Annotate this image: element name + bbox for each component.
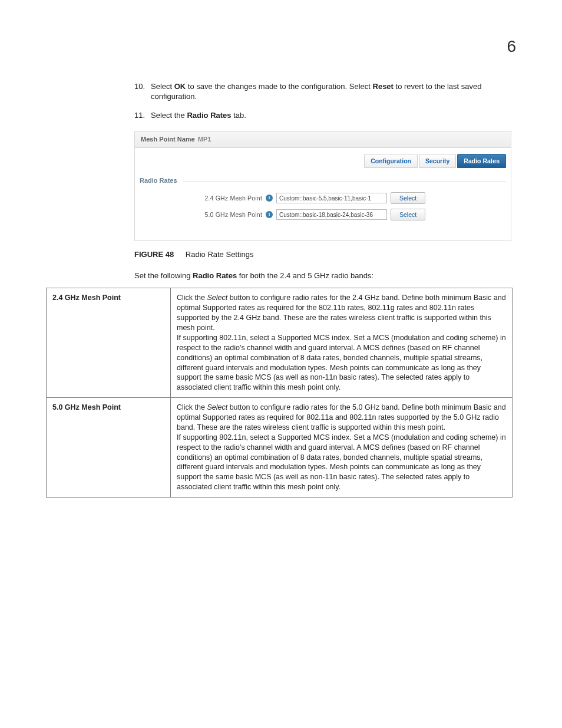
info-icon[interactable]: i (266, 195, 273, 202)
step-10-text: Select OK to save the changes made to th… (151, 82, 482, 101)
steps-list: 10. Select OK to save the changes made t… (134, 81, 516, 121)
mesh-point-name-value: MP1 (198, 136, 211, 143)
rate-row-50ghz: 5.0 GHz Mesh Point i Select (140, 209, 506, 220)
rate-50-select-button[interactable]: Select (391, 209, 425, 220)
tab-configuration[interactable]: Configuration (364, 154, 418, 168)
page-number: 6 (46, 35, 516, 58)
info-icon[interactable]: i (266, 211, 273, 218)
panel-header: Mesh Point Name MP1 (134, 131, 511, 148)
step-10: 10. Select OK to save the changes made t… (134, 81, 516, 102)
step-11-number: 11. (134, 110, 145, 121)
figure-label: FIGURE 48 (134, 250, 174, 259)
panel-body: Configuration Security Radio Rates Radio… (134, 148, 511, 241)
description-table: 2.4 GHz Mesh Point Click the Select butt… (46, 288, 513, 498)
table-row: 5.0 GHz Mesh Point Click the Select butt… (47, 398, 513, 498)
rate-50-label: 5.0 GHz Mesh Point (194, 210, 266, 219)
step-11: 11. Select the Radio Rates tab. (134, 110, 516, 121)
rate-row-24ghz: 2.4 GHz Mesh Point i Select (140, 192, 506, 204)
figure-title: Radio Rate Settings (186, 250, 254, 259)
term-24ghz: 2.4 GHz Mesh Point (47, 288, 171, 398)
desc-50ghz: Click the Select button to configure rad… (171, 398, 513, 498)
step-11-text: Select the Radio Rates tab. (151, 111, 246, 120)
desc-24ghz: Click the Select button to configure rad… (171, 288, 513, 398)
radio-rates-fieldset-label: Radio Rates (140, 176, 506, 185)
tab-radio-rates[interactable]: Radio Rates (457, 154, 506, 168)
term-50ghz: 5.0 GHz Mesh Point (47, 398, 171, 498)
rate-50-input[interactable] (276, 209, 387, 220)
rate-24-input[interactable] (276, 193, 387, 203)
rate-24-select-button[interactable]: Select (391, 192, 425, 204)
tab-bar: Configuration Security Radio Rates (140, 154, 506, 168)
tab-security[interactable]: Security (419, 154, 456, 168)
rate-24-label: 2.4 GHz Mesh Point (194, 194, 266, 202)
table-row: 2.4 GHz Mesh Point Click the Select butt… (47, 288, 513, 398)
mesh-point-name-label: Mesh Point Name (141, 136, 195, 143)
lead-text: Set the following Radio Rates for both t… (134, 271, 516, 281)
step-10-number: 10. (134, 81, 145, 92)
figure-caption: FIGURE 48 Radio Rate Settings (134, 249, 516, 260)
screenshot-panel: Mesh Point Name MP1 Configuration Securi… (134, 131, 511, 241)
